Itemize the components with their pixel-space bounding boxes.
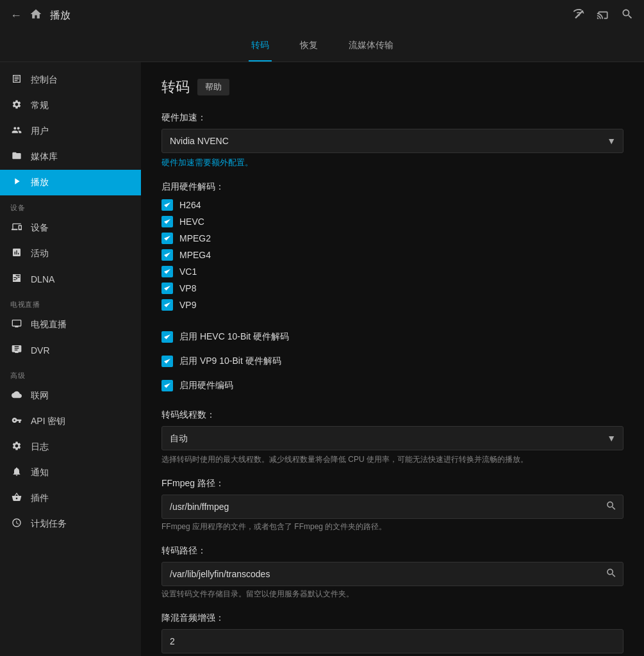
devices-icon: [10, 222, 23, 234]
sidebar-item-apikey[interactable]: API 密钥: [0, 409, 141, 434]
checkbox-hwencode-label: 启用硬件编码: [179, 380, 233, 391]
sidebar-item-users[interactable]: 用户: [0, 119, 141, 144]
sidebar-item-log[interactable]: 日志: [0, 434, 141, 460]
users-icon: [10, 125, 23, 138]
sidebar-item-label-devices: 设备: [31, 222, 49, 234]
sidebar-item-label-dlna: DLNA: [31, 274, 54, 284]
transcode-path-input[interactable]: [161, 562, 623, 586]
no-signal-icon[interactable]: [572, 8, 585, 24]
sidebar-item-label-users: 用户: [31, 126, 49, 137]
search-icon[interactable]: [621, 8, 634, 24]
sidebar-item-activity[interactable]: 活动: [0, 241, 141, 266]
sidebar-item-label-general: 常规: [31, 100, 49, 111]
transcode-path-hint: 设置转码文件存储目录。留空以使用服务器默认文件夹。: [161, 589, 623, 600]
transcode-path-search-icon[interactable]: [606, 568, 617, 581]
hw-decode-section: 启用硬件解码： H264 HEVC MPEG2: [161, 181, 623, 311]
sidebar-item-label-plugins: 插件: [31, 493, 49, 504]
checkbox-hwencode: 启用硬件编码: [161, 380, 623, 391]
cast-icon[interactable]: [597, 8, 609, 24]
activity-icon: [10, 247, 23, 260]
checkbox-hevc10bit: 启用 HEVC 10-Bit 硬件解码: [161, 331, 623, 343]
sidebar: 控制台 常规 用户 媒体库 播放 设备: [0, 62, 141, 656]
main-content: 转码 帮助 硬件加速： Nvidia NVENC ▼ 硬件加速需要额外配置。 启…: [141, 62, 644, 656]
sidebar-item-console[interactable]: 控制台: [0, 67, 141, 93]
hardware-accel-label: 硬件加速：: [161, 112, 623, 124]
ffmpeg-path-input-wrapper: [161, 495, 623, 519]
sidebar-item-general[interactable]: 常规: [0, 93, 141, 119]
cloud-icon: [10, 390, 23, 402]
ffmpeg-path-hint: FFmpeg 应用程序的文件，或者包含了 FFmpeg 的文件夹的路径。: [161, 521, 623, 532]
dlna-icon: [10, 273, 23, 286]
checkbox-h264: H264: [161, 199, 623, 211]
transcode-path-section: 转码路径： 设置转码文件存储目录。留空以使用服务器默认文件夹。: [161, 545, 623, 600]
hevc10bit-section: 启用 HEVC 10-Bit 硬件解码: [161, 331, 623, 343]
sidebar-item-network[interactable]: 联网: [0, 383, 141, 409]
console-icon: [10, 74, 23, 86]
checkbox-vp8-input[interactable]: [161, 283, 173, 294]
ffmpeg-path-search-icon[interactable]: [606, 500, 617, 514]
checkbox-mpeg2-input[interactable]: [161, 233, 173, 244]
tv-icon: [10, 318, 23, 331]
checkbox-vc1-label: VC1: [179, 266, 197, 277]
checkbox-hevc10bit-input[interactable]: [161, 331, 173, 343]
checkbox-mpeg4-label: MPEG4: [179, 250, 211, 260]
downmix-input[interactable]: [161, 629, 623, 653]
sidebar-item-label-network: 联网: [31, 390, 49, 402]
hardware-accel-hint: 硬件加速需要额外配置。: [161, 157, 623, 168]
checkbox-mpeg2: MPEG2: [161, 233, 623, 244]
checkbox-hevc-input[interactable]: [161, 216, 173, 227]
checkbox-h264-label: H264: [179, 200, 201, 210]
transcode-path-label: 转码路径：: [161, 545, 623, 557]
transcode-path-input-wrapper: [161, 562, 623, 586]
hardware-accel-select[interactable]: Nvidia NVENC: [161, 129, 623, 153]
hw-decode-label: 启用硬件解码：: [161, 181, 623, 193]
section-label-advanced: 高级: [0, 363, 141, 383]
checkbox-mpeg2-label: MPEG2: [179, 233, 211, 243]
sidebar-item-notify[interactable]: 通知: [0, 460, 141, 486]
threads-select[interactable]: 自动: [161, 426, 623, 450]
checkbox-vp9-input[interactable]: [161, 299, 173, 311]
sidebar-item-dvr[interactable]: DVR: [0, 338, 141, 363]
home-icon[interactable]: [29, 8, 42, 24]
ffmpeg-path-section: FFmpeg 路径： FFmpeg 应用程序的文件，或者包含了 FFmpeg 的…: [161, 478, 623, 532]
tab-navigation: 转码 恢复 流媒体传输: [0, 31, 644, 62]
tab-stream[interactable]: 流媒体传输: [346, 31, 396, 62]
hardware-accel-section: 硬件加速： Nvidia NVENC ▼ 硬件加速需要额外配置。: [161, 112, 623, 168]
ffmpeg-path-input[interactable]: [161, 495, 623, 519]
sidebar-item-library[interactable]: 媒体库: [0, 144, 141, 170]
sidebar-item-playback[interactable]: 播放: [0, 170, 141, 195]
sidebar-item-label-library: 媒体库: [31, 151, 58, 163]
help-button[interactable]: 帮助: [197, 79, 229, 95]
vp910bit-section: 启用 VP9 10-Bit 硬件解码: [161, 356, 623, 367]
ffmpeg-path-label: FFmpeg 路径：: [161, 478, 623, 489]
plugins-icon: [10, 492, 23, 505]
sidebar-item-label-activity: 活动: [31, 248, 49, 259]
sidebar-item-devices[interactable]: 设备: [0, 215, 141, 241]
sidebar-item-dlna[interactable]: DLNA: [0, 266, 141, 292]
checkbox-mpeg4: MPEG4: [161, 249, 623, 261]
page-title: 转码: [161, 78, 190, 97]
tab-restore[interactable]: 恢复: [297, 31, 320, 62]
hardware-accel-select-wrapper: Nvidia NVENC ▼: [161, 129, 623, 153]
checkbox-h264-input[interactable]: [161, 199, 173, 211]
sidebar-item-label-dvr: DVR: [31, 345, 50, 356]
topbar: ← 播放: [0, 0, 644, 31]
downmix-label: 降混音频增强：: [161, 612, 623, 624]
sidebar-item-tv[interactable]: 电视直播: [0, 312, 141, 338]
checkbox-vp910bit-input[interactable]: [161, 356, 173, 367]
checkbox-vc1-input[interactable]: [161, 266, 173, 277]
key-icon: [10, 415, 23, 428]
sidebar-item-label-apikey: API 密钥: [31, 416, 65, 427]
section-label-tv: 电视直播: [0, 292, 141, 312]
checkbox-hwencode-input[interactable]: [161, 380, 173, 391]
sidebar-item-tasks[interactable]: 计划任务: [0, 511, 141, 537]
threads-section: 转码线程数： 自动 ▼ 选择转码时使用的最大线程数。减少线程数量将会降低 CPU…: [161, 409, 623, 465]
checkbox-vp910bit: 启用 VP9 10-Bit 硬件解码: [161, 356, 623, 367]
tab-transcode[interactable]: 转码: [249, 31, 272, 62]
checkbox-mpeg4-input[interactable]: [161, 249, 173, 261]
back-icon[interactable]: ←: [10, 9, 22, 22]
topbar-right: [572, 8, 634, 24]
checkbox-vp8-label: VP8: [179, 283, 196, 293]
topbar-title: 播放: [50, 9, 70, 22]
sidebar-item-plugins[interactable]: 插件: [0, 486, 141, 511]
